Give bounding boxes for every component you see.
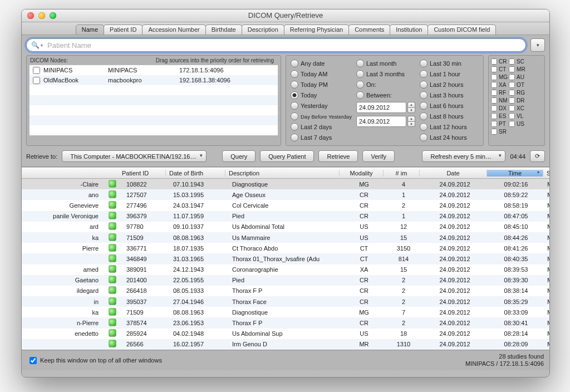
modality-checkbox[interactable]: NM [491,97,508,104]
modality-checkbox[interactable]: MR [509,66,525,73]
search-field[interactable]: 🔍 ▾ [26,38,526,52]
tab-birthdate[interactable]: Birthdate [205,24,242,35]
refresh-interval-select[interactable]: Refresh every 5 min… [422,150,505,162]
date-radio[interactable]: Last 24 hours [420,133,479,142]
modality-checkbox[interactable]: XC [509,105,525,112]
table-row[interactable]: ka7150908.08.1963DiagnostiqueMG724.09.20… [22,307,549,317]
node-checkbox[interactable] [33,67,40,74]
tab-comments[interactable]: Comments [348,24,390,35]
modality-checkbox[interactable]: DX [491,105,508,112]
node-row[interactable]: OldMacBookmacbookpro192.168.1.38:4096 [30,75,278,85]
minimize-icon[interactable] [38,12,45,19]
table-row[interactable]: panile Veronique39637911.07.1959PiedCR12… [22,211,549,222]
date-radio[interactable]: Any date [291,59,356,68]
date-radio[interactable]: Day Before Yesterday [291,112,356,121]
date-radio[interactable]: Last month [356,59,419,68]
col-num-images[interactable]: # im [384,170,420,177]
col-modality[interactable]: Modality [340,170,384,177]
query-button[interactable]: Query [222,150,255,162]
table-row[interactable]: enedetto28592404.02.1948Us Abdominal Sup… [22,329,549,339]
table-row[interactable]: Pierre33677118.07.1935Ct Thoraco AbdoCT3… [22,243,549,253]
date-radio[interactable]: Last 6 hours [420,101,479,110]
modality-checkbox[interactable]: RF [491,89,508,96]
col-patient-id[interactable]: Patient ID [119,170,166,177]
table-row[interactable]: -Claire10882207.10.1943DiagnostiqueMG424… [22,179,549,189]
modality-checkbox[interactable]: AU [509,74,525,81]
date-to-input[interactable]: 24.09.2012 [356,116,406,127]
modality-checkbox[interactable]: VL [509,112,525,120]
date-radio[interactable]: Last 2 hours [420,80,479,89]
col-date-of-birth[interactable]: Date of Birth [166,170,225,177]
date-radio[interactable]: Last 30 min [420,59,479,68]
date-radio[interactable]: Last 3 hours [420,91,479,100]
date-radio[interactable]: Last 7 days [291,133,356,142]
date-radio[interactable]: Today PM [291,80,356,89]
date-radio[interactable]: Today [291,91,356,100]
modality-checkbox[interactable]: CR [491,58,508,65]
tab-custom-dicom-field[interactable]: Custom DICOM field [428,24,496,35]
retrieve-to-select[interactable]: This Computer - MACBOOKRETINA/192.16… [62,150,207,162]
date-radio[interactable]: Today AM [291,70,356,79]
tab-institution[interactable]: Institution [390,24,428,35]
modality-checkbox[interactable]: MG [491,74,508,81]
modality-checkbox[interactable]: SR [491,128,508,135]
col-time[interactable]: Time [487,170,543,177]
status-bar: Keep this window on top of all other win… [22,350,549,370]
date-radio[interactable]: Last 2 days [291,122,356,131]
table-row[interactable]: Genevieve27749624.03.1947Col CervicaleCR… [22,200,549,210]
tab-description[interactable]: Description [242,24,284,35]
tab-referring-physician[interactable]: Referring Physician [284,24,349,35]
chevron-down-icon[interactable]: ▾ [41,43,43,48]
node-checkbox[interactable] [33,77,40,84]
nodes-list[interactable]: MINIPACSMINIPACS172.18.1.5:4096OldMacBoo… [29,65,278,136]
retrieve-button[interactable]: Retrieve [318,150,358,162]
table-row[interactable]: 34684931.03.1965Thorax 01_Thorax_lvsafir… [22,253,549,264]
col-source[interactable]: Source [543,170,550,177]
date-radio[interactable]: Last 3 months [356,70,419,79]
date-radio[interactable]: Last 8 hours [420,112,479,121]
date-radio[interactable]: On: [356,80,419,89]
table-row[interactable]: ard9778009.10.1937Us Abdominal TotalUS12… [22,222,549,232]
table-row[interactable]: 2656616.02.1957Irm Genou DMR131024.09.20… [22,339,549,350]
table-row[interactable]: amed38909124.12.1943CoronarographieXA152… [22,264,549,275]
zoom-icon[interactable] [50,12,56,19]
table-row[interactable]: ano12750715.03.1995Age OsseuxCR124.09.20… [22,189,549,200]
date-radio[interactable]: Last 12 hours [420,122,479,131]
tab-patient-id[interactable]: Patient ID [104,24,142,35]
keep-on-top-checkbox[interactable] [30,357,37,364]
modality-checkbox[interactable]: US [509,120,525,128]
date-from-stepper[interactable]: ▲▼ [407,102,415,113]
modality-checkbox[interactable]: XA [491,81,508,89]
modality-checkbox[interactable]: OT [509,81,525,89]
modality-checkbox[interactable]: DR [509,97,525,104]
query-patient-button[interactable]: Query Patient [260,150,314,162]
close-icon[interactable] [27,12,34,19]
col-description[interactable]: Description [225,170,340,177]
radio-icon [291,81,298,89]
table-row[interactable]: Gaetano20140022.05.1955PiedCR224.09.2012… [22,275,549,286]
modality-checkbox[interactable]: CT [491,66,508,73]
radio-icon [420,134,428,141]
table-row[interactable]: ildegard26641808.05.1933Thorax F PCR224.… [22,286,549,296]
table-row[interactable]: n-Pierre37857423.06.1953Thorax F PCR224.… [22,317,549,328]
refresh-now-button[interactable]: ⟳ [530,150,545,162]
date-radio[interactable]: Last 1 hour [420,70,479,79]
table-row[interactable]: in39503727.04.1946Thorax FaceCR224.09.20… [22,296,549,307]
modality-checkbox[interactable]: PT [491,120,508,128]
table-row[interactable]: ka7150908.08.1963Us MammaireUS1524.09.20… [22,232,549,243]
node-row[interactable]: MINIPACSMINIPACS172.18.1.5:4096 [30,65,278,75]
modality-checkbox[interactable]: RG [509,89,525,96]
tab-accession-number[interactable]: Accession Number [142,24,205,35]
date-radio[interactable]: Between: [356,91,419,100]
modality-checkbox[interactable]: ES [491,112,508,120]
date-to-stepper[interactable]: ▲▼ [407,116,415,127]
verify-button[interactable]: Verify [362,150,395,162]
col-date[interactable]: Date [420,170,487,177]
date-radio[interactable]: Yesterday [291,101,356,110]
modality-checkbox[interactable]: SC [509,58,525,65]
search-input[interactable] [46,41,521,50]
date-from-input[interactable]: 24.09.2012 [356,102,406,113]
search-options-button[interactable]: ▾ [530,38,545,52]
tab-name[interactable]: Name [76,24,104,35]
titlebar[interactable]: DICOM Query/Retrieve [22,9,549,22]
